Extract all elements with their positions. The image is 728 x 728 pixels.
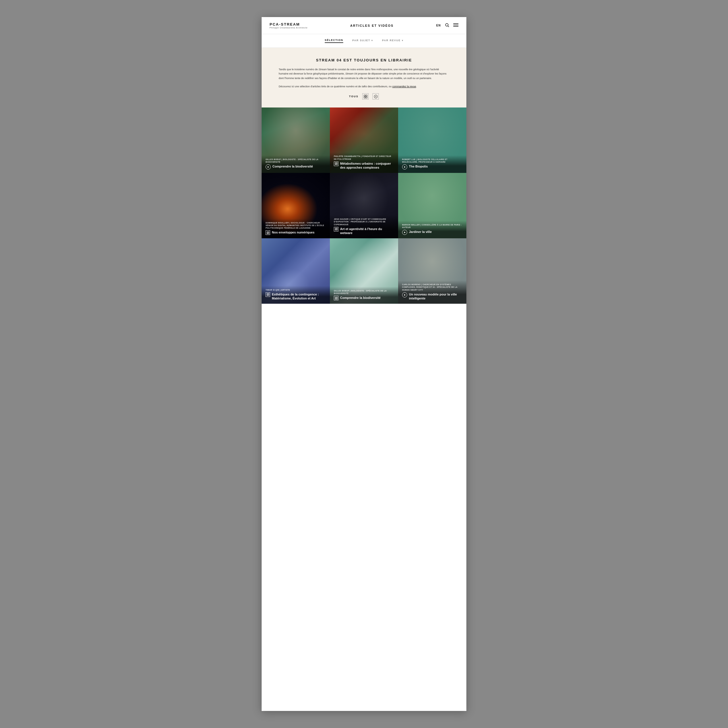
card-bottom: JENS HAUSER | CRITIQUE D'ART ET COMMISSA… [330,215,398,238]
card-author: ROBERT LUE | BIOLOGISTE CELLULAIRE ET MO… [402,158,462,163]
card-bottom: PHILIPPE CHIAMBARETTA | FONDATEUR ET DIR… [330,152,398,173]
article-icon [266,230,270,235]
svg-rect-6 [366,95,367,96]
card-title: Métabolismes urbains : conjuguer des app… [340,162,394,170]
card-title-row: Art et agentivité à l'heure du wetware [334,227,394,235]
card-title-row: Nos enveloppes numériques [266,230,326,235]
card-title-row: Comprendre la biodiversité [334,296,394,300]
card-title: Art et agentivité à l'heure du wetware [340,227,394,235]
filter-bar: SÉLECTION PAR SUJET ▾ PAR REVUE ▾ [262,34,466,48]
menu-icon[interactable] [453,23,459,28]
filter-par-sujet[interactable]: PAR SUJET ▾ [352,39,373,43]
filter-selection[interactable]: SÉLECTION [325,39,343,43]
article-icon [334,227,338,231]
card-author: JENS HAUSER | CRITIQUE D'ART ET COMMISSA… [334,218,394,225]
card-enveloppes-numeriques[interactable]: DOMINIQUE BOULLIER | SOCIOLOGUE - CHERCH… [262,173,330,238]
card-comprendre2[interactable]: GILLES BOEUF | BIOLOGISTE - SPÉCIALISTE … [330,238,398,304]
card-biopolis[interactable]: ROBERT LUE | BIOLOGISTE CELLULAIRE ET MO… [398,107,466,173]
card-title: Comprendre la biodiversité [340,296,381,300]
card-title-row: ▶ Jardiner la ville [402,230,462,235]
view-toggle: TOUS [279,93,449,99]
card-author: TIMUR SI QIN | ARTISTE [266,289,326,291]
feature-title: STREAM 04 EST TOUJOURS EN LIBRAIRIE [279,58,449,62]
card-esthetiques[interactable]: TIMUR SI QIN | ARTISTE Esthétiques de la… [262,238,330,304]
card-author: MARION WALLER | CONSEILLÈRE À LA MAIRIE … [402,223,462,229]
header-actions: EN [436,23,459,28]
card-title: Jardiner la ville [409,230,432,234]
search-icon[interactable] [445,23,449,28]
svg-marker-10 [375,96,376,97]
card-title-row: Métabolismes urbains : conjuguer des app… [334,162,394,170]
card-bottom: GILLES BOEUF | BIOLOGISTE - SPÉCIALISTE … [262,155,330,173]
card-bottom: ROBERT LUE | BIOLOGISTE CELLULAIRE ET MO… [398,155,466,173]
card-jardiner[interactable]: MARION WALLER | CONSEILLÈRE À LA MAIRIE … [398,173,466,238]
header-nav-title: ARTICLES ET VIDÉOS [350,24,393,27]
card-author: DOMINIQUE BOULLIER | SOCIOLOGUE - CHERCH… [266,222,326,229]
filter-par-revue[interactable]: PAR REVUE ▾ [382,39,404,43]
feature-body-2: Découvrez ici une sélection d'articles t… [279,84,449,89]
view-all-label[interactable]: TOUS [349,95,359,98]
article-icon [334,162,338,166]
play-icon: ▶ [402,164,407,170]
card-title: Comprendre la biodiversité [272,164,313,168]
card-bottom: TIMUR SI QIN | ARTISTE Esthétiques de la… [262,286,330,304]
feature-body-1: Tandis que le troisième numéro de Stream… [279,67,449,81]
browser-window: PCA-STREAM Philippe Chiambaretta Archite… [262,17,466,711]
play-view-button[interactable] [373,93,379,99]
card-author: CARLOS MORENO | CHERCHEUR EN SYSTÈMES CO… [402,283,462,291]
logo-subtitle: Philippe Chiambaretta Architecte [269,27,308,29]
card-author: GILLES BOEUF | BIOLOGISTE - SPÉCIALISTE … [334,289,394,295]
card-metabolismes[interactable]: PHILIPPE CHIAMBARETTA | FONDATEUR ET DIR… [330,107,398,173]
language-toggle[interactable]: EN [436,24,441,27]
feature-section: STREAM 04 EST TOUJOURS EN LIBRAIRIE Tand… [262,48,466,107]
card-title: Un nouveau modèle pour la ville intellig… [409,292,462,301]
card-author: PHILIPPE CHIAMBARETTA | FONDATEUR ET DIR… [334,155,394,160]
card-comprendre-biodiversite[interactable]: GILLES BOEUF | BIOLOGISTE - SPÉCIALISTE … [262,107,330,173]
card-title: Nos enveloppes numériques [272,230,315,234]
play-icon: ▶ [402,230,407,235]
card-title-row: Esthétiques de la contingence : Matérial… [266,292,326,301]
articles-grid: GILLES BOEUF | BIOLOGISTE - SPÉCIALISTE … [262,107,466,304]
svg-rect-8 [366,97,367,98]
card-smart-city[interactable]: CARLOS MORENO | CHERCHEUR EN SYSTÈMES CO… [398,238,466,304]
card-title-row: ▶ Un nouveau modèle pour la ville intell… [402,292,462,301]
svg-line-1 [448,26,449,27]
card-title: Esthétiques de la contingence : Matérial… [272,292,326,301]
article-icon [266,292,270,297]
logo-title: PCA-STREAM [269,22,308,26]
card-title-row: ▶ Comprendre la biodiversité [266,164,326,170]
chevron-down-icon: ▾ [402,39,404,42]
card-title: The Biopolis [409,164,428,168]
header: PCA-STREAM Philippe Chiambaretta Archite… [262,17,466,34]
card-bottom: GILLES BOEUF | BIOLOGISTE - SPÉCIALISTE … [330,287,398,304]
svg-point-0 [446,23,448,26]
card-bottom: DOMINIQUE BOULLIER | SOCIOLOGUE - CHERCH… [262,219,330,238]
card-bottom: MARION WALLER | CONSEILLÈRE À LA MAIRIE … [398,221,466,238]
card-author: GILLES BOEUF | BIOLOGISTE - SPÉCIALISTE … [266,158,326,163]
card-bottom: CARLOS MORENO | CHERCHEUR EN SYSTÈMES CO… [398,280,466,304]
logo-block[interactable]: PCA-STREAM Philippe Chiambaretta Archite… [269,22,308,29]
svg-rect-5 [364,95,366,96]
order-link[interactable]: commandez la revue [392,85,416,88]
list-view-button[interactable] [362,93,369,99]
play-icon: ▶ [402,292,407,297]
svg-rect-7 [364,97,366,98]
card-title-row: ▶ The Biopolis [402,164,462,170]
play-icon: ▶ [266,164,271,170]
card-art-wetware[interactable]: JENS HAUSER | CRITIQUE D'ART ET COMMISSA… [330,173,398,238]
chevron-down-icon: ▾ [372,39,373,42]
article-icon [334,296,338,300]
